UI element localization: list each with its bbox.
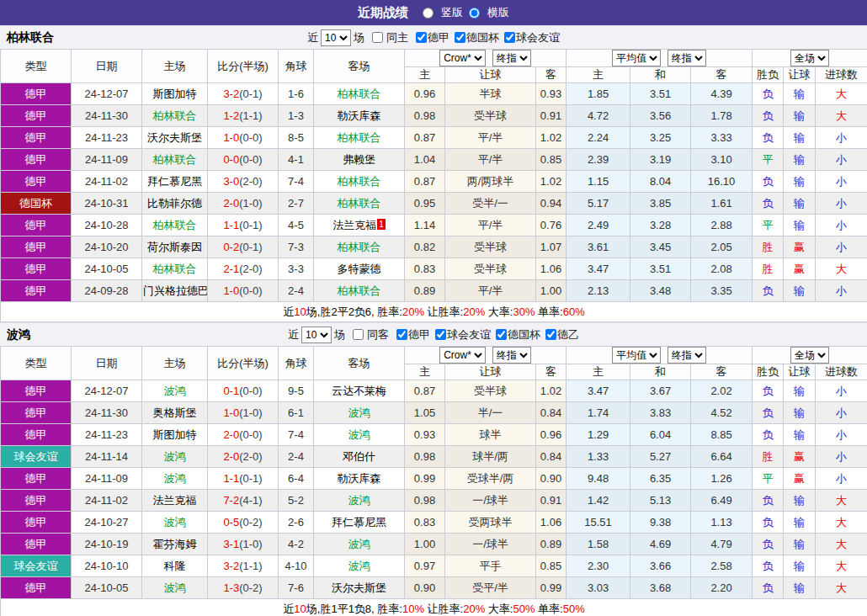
match-scope-select[interactable]: 全场 [790,50,829,66]
cell-date: 24-09-28 [72,280,142,302]
scope-header-cell: 全场 [753,50,867,67]
cell-result: 负 [753,127,784,149]
odds-stage-select[interactable]: 终指 [492,50,531,66]
cell-odds-home: 0.83 [405,512,445,534]
full-time-score: 7-2 [223,494,239,507]
cell-goals: 小 [816,468,867,490]
table-row: 德甲24-10-19霍芬海姆3-1(1-0)4-2波鸿1.00一/球半0.891… [1,534,867,555]
cell-score: 0-0(0-0) [208,149,279,171]
match-scope-select[interactable]: 全场 [790,347,829,364]
cell-goals: 小 [816,380,867,402]
cell-odds-home: 1.14 [405,215,445,236]
league-checkbox[interactable] [545,329,556,340]
average-type-select[interactable]: 平均值 [612,347,661,364]
cell-handicap-result: 输 [784,105,816,127]
full-time-score: 3-1 [223,538,239,550]
page-title: 近期战绩 [358,5,408,21]
cell-goals: 大 [816,555,867,577]
league-checkbox[interactable] [504,32,515,43]
summary-text: 60% [563,305,585,318]
cell-goals: 小 [816,193,867,215]
radio-vertical-layout[interactable] [423,8,434,19]
cell-match-type: 德甲 [1,83,72,105]
games-count-select[interactable]: 10 [321,29,351,46]
half-time-score: (2-0) [239,450,262,463]
full-time-score: 3-2 [223,88,239,100]
cell-odds-away: 0.93 [536,83,566,105]
games-count-select[interactable]: 10 [301,327,332,343]
cell-match-type: 德甲 [1,577,72,599]
odds-company-select[interactable]: Crow* [439,347,486,364]
cell-handicap-result: 输 [784,215,816,236]
league-checkbox-group: 德甲德国杯球会友谊 [411,30,560,45]
odds-company-select[interactable]: Crow* [439,50,486,66]
col-header-type: 类型 [1,50,72,83]
cell-home-team: 奥格斯堡 [142,402,208,424]
league-checkbox[interactable] [435,329,446,340]
half-time-score: (1-0) [239,406,262,419]
col-header-type: 类型 [1,347,72,380]
cell-score: 1-0(0-0) [208,127,279,149]
sub-header-avg-draw: 和 [630,364,691,380]
summary-text: 20% [463,603,485,615]
cell-avg-draw: 5.27 [630,446,691,468]
cell-odds-away: 1.07 [536,236,566,258]
league-checkbox[interactable] [455,32,465,43]
cell-match-type: 球会友谊 [1,446,72,468]
cell-date: 24-10-19 [72,534,142,555]
cell-result: 负 [753,512,784,534]
radio-horizontal-layout[interactable] [469,8,480,19]
league-checkbox[interactable] [416,32,427,43]
cell-odds-away: 0.99 [536,577,566,599]
same-away-checkbox[interactable] [353,329,364,340]
col-header-away: 客场 [314,347,405,380]
summary-text: 50% [513,603,535,615]
cell-odds-away: 1.02 [536,171,566,193]
half-time-score: (0-0) [239,284,262,297]
cell-handicap-result: 输 [784,534,816,555]
cell-avg-home: 15.51 [566,512,630,534]
cell-score: 0-5(0-2) [208,512,279,534]
summary-text: 单率: [535,603,563,615]
cell-home-team: 波鸿 [142,446,208,468]
cell-result: 负 [753,577,784,599]
games-label: 场 [334,327,345,343]
cell-handicap-result: 输 [784,171,816,193]
cell-result: 负 [753,171,784,193]
cell-score: 2-0(0-0) [208,424,279,446]
full-time-score: 1-3 [223,581,239,594]
cell-date: 24-11-23 [72,127,142,149]
cell-home-team: 斯图加特 [142,424,208,446]
cell-match-type: 球会友谊 [1,555,72,577]
near-label: 近 [288,327,299,343]
league-checkbox[interactable] [496,329,507,340]
average-stage-select[interactable]: 终指 [668,347,706,364]
cell-result: 平 [753,149,784,171]
cell-avg-home: 2.49 [566,215,630,236]
cell-handicap-result: 输 [784,555,816,577]
cell-match-type: 德甲 [1,280,72,302]
cell-handicap-result: 输 [784,512,816,534]
average-type-select[interactable]: 平均值 [612,50,661,66]
cell-handicap-result: 输 [784,83,816,105]
near-label: 近 [307,30,318,45]
average-stage-select[interactable]: 终指 [668,50,706,66]
cell-home-team: 波鸿 [142,468,208,490]
same-home-checkbox[interactable] [372,32,383,43]
cell-goals: 小 [816,446,867,468]
cell-avg-draw: 3.51 [630,83,691,105]
cell-corners: 4-2 [279,534,314,555]
table-row: 德甲24-12-07波鸿0-1(0-0)9-5云达不莱梅0.87受半球1.023… [1,380,867,402]
cell-goals: 大 [816,512,867,534]
odds-stage-select[interactable]: 终指 [492,347,531,364]
table-row: 球会友谊24-10-10科隆3-2(1-1)4-10波鸿0.97平手0.852.… [1,555,867,577]
cell-away-team: 柏林联合 [314,193,405,215]
cell-corners: 7-6 [279,577,314,599]
sub-header-odds-away: 客 [536,67,566,83]
cell-date: 24-11-23 [72,424,142,446]
cell-avg-away: 16.10 [691,171,753,193]
cell-odds-away: 1.06 [536,258,566,280]
full-time-score: 2-1 [223,263,239,275]
cell-match-type: 德甲 [1,402,72,424]
league-checkbox[interactable] [396,329,407,340]
